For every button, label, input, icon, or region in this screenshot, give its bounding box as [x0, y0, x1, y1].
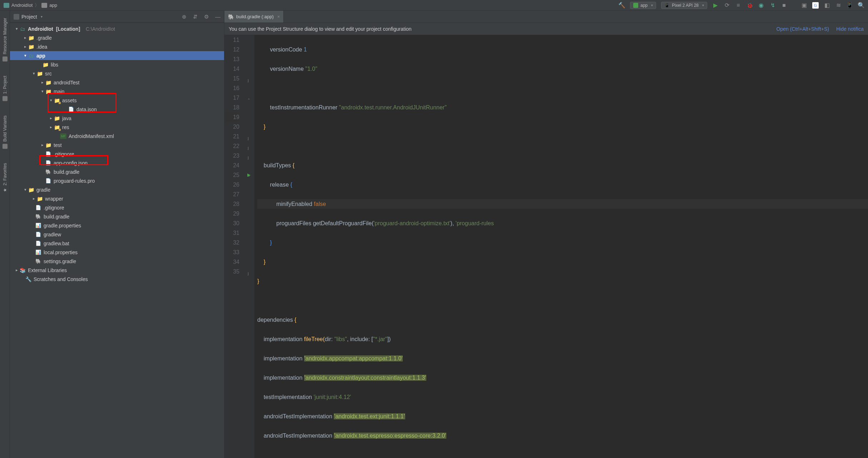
tree-buildgradle2[interactable]: 🐘build.gradle — [10, 212, 224, 221]
fold-end-icon[interactable]: ⌋ — [247, 76, 249, 85]
tree-gitignore[interactable]: 📄.gitignore — [10, 149, 224, 158]
apply-changes-icon[interactable]: ⟳ — [724, 2, 730, 9]
tree-scratches[interactable]: 🔧Scratches and Consoles — [10, 275, 224, 284]
editor-tabs: 🐘 build.gradle (:app) × — [224, 11, 868, 23]
tree-wrapper[interactable]: ▸📁wrapper — [10, 194, 224, 203]
tree-gitignore2[interactable]: 📄.gitignore — [10, 203, 224, 212]
run-config-dropdown[interactable]: app ▾ — [630, 2, 656, 9]
scratches-icon: 🔧 — [25, 276, 31, 282]
apply-code-icon[interactable]: ≡ — [735, 2, 741, 9]
fold-end-icon[interactable]: ⌋ — [247, 269, 249, 279]
open-structure-link[interactable]: Open (Ctrl+Alt+Shift+S) — [777, 26, 829, 32]
stop-icon[interactable]: ■ — [781, 2, 787, 9]
tree-java[interactable]: ▸📁java — [10, 114, 224, 123]
tab-project[interactable]: 1: Project — [3, 76, 8, 101]
top-toolbar: AndroidIot 〉 app 🔨 app ▾ 📱 Pixel 2 API 2… — [0, 0, 868, 11]
build-icon[interactable]: 🔨 — [619, 2, 625, 9]
tree-libs[interactable]: 📁libs — [10, 60, 224, 69]
tree-buildgradle[interactable]: 🐘build.gradle — [10, 167, 224, 176]
app-icon — [633, 3, 638, 8]
tree-appconfig[interactable]: 📄app-config.json — [10, 158, 224, 167]
tree-assets[interactable]: ▾📁assets — [10, 96, 224, 105]
build-variants-icon — [3, 144, 8, 149]
run-config-label: app — [640, 3, 648, 8]
editor-tab-buildgradle[interactable]: 🐘 build.gradle (:app) × — [224, 11, 284, 23]
breadcrumb: AndroidIot 〉 app — [4, 2, 57, 9]
avd-icon[interactable]: ▣ — [801, 2, 807, 9]
chevron-down-icon: ▾ — [41, 15, 43, 19]
device-dropdown[interactable]: 📱 Pixel 2 API 28 ▾ — [661, 2, 707, 9]
chevron-down-icon: ▾ — [651, 3, 653, 7]
collapse-icon[interactable]: ⇵ — [193, 14, 198, 20]
tree-androidtest[interactable]: ▸📁androidTest — [10, 78, 224, 87]
tree-gradleprops[interactable]: 📊gradle.properties — [10, 221, 224, 230]
breadcrumb-project[interactable]: AndroidIot — [11, 3, 33, 8]
fold-gutter: ▶ ⌋ ⌃ ⌋ ⌋ ⌋ ⌃ ⌋ — [246, 35, 254, 458]
fold-end-icon[interactable]: ⌋ — [247, 134, 249, 143]
debug-icon[interactable]: 🐞 — [747, 2, 753, 9]
tree-test[interactable]: ▸📁test — [10, 141, 224, 149]
tree-extlibs[interactable]: ▸📚External Libraries — [10, 266, 224, 275]
close-icon[interactable]: × — [277, 14, 280, 19]
project-tab-icon — [3, 96, 8, 101]
tree-proguard[interactable]: 📄proguard-rules.pro — [10, 176, 224, 185]
search-icon[interactable]: 🔍 — [858, 2, 864, 9]
toolbar-right: 🔨 app ▾ 📱 Pixel 2 API 28 ▾ ▶ ⟳ ≡ 🐞 ◉ ↯ ■… — [619, 2, 864, 9]
tree-res[interactable]: ▸📁res — [10, 123, 224, 132]
project-icon — [4, 3, 9, 8]
sdk-icon[interactable]: G — [812, 2, 819, 9]
run-icon[interactable]: ▶ — [712, 2, 719, 9]
panel-title-icon — [14, 14, 19, 20]
project-tree[interactable]: ▾🗂AndroidIot [Location] C:\AndroidIot ▸📁… — [10, 23, 224, 458]
tree-localprops[interactable]: 📊local.properties — [10, 248, 224, 257]
device-label: Pixel 2 API 28 — [672, 3, 699, 8]
tab-build-variants[interactable]: Build Variants — [3, 115, 8, 149]
editor-body[interactable]: 1112131415161718192021222324252627282930… — [224, 35, 868, 458]
gear-icon[interactable]: ⚙ — [204, 14, 209, 20]
tree-gradle-dot[interactable]: ▸📁.gradle — [10, 33, 224, 42]
line-gutter: 1112131415161718192021222324252627282930… — [224, 35, 246, 458]
editor-banner: You can use the Project Structure dialog… — [224, 23, 868, 35]
editor-area: 🐘 build.gradle (:app) × You can use the … — [224, 11, 868, 458]
tree-gradlewbat[interactable]: 📄gradlew.bat — [10, 239, 224, 248]
tree-src[interactable]: ▾📁src — [10, 69, 224, 78]
project-panel: Project ▾ ⊕ ⇵ ⚙ — ▾🗂AndroidIot [Location… — [10, 11, 224, 458]
tab-label: build.gradle (:app) — [236, 14, 274, 19]
tree-manifest[interactable]: MFAndroidManifest.xml — [10, 132, 224, 141]
tree-datajson[interactable]: 📄data.json — [10, 105, 224, 114]
libraries-icon: 📚 — [19, 267, 26, 273]
profiler-icon[interactable]: ◉ — [758, 2, 764, 9]
resource-icon — [3, 56, 8, 61]
breadcrumb-sep-icon: 〉 — [35, 2, 39, 9]
star-icon: ★ — [3, 188, 8, 193]
tab-resource-manager[interactable]: Resource Manager — [3, 18, 8, 61]
fold-icon[interactable]: ⌃ — [247, 172, 250, 182]
tree-gradlew[interactable]: 📄gradlew — [10, 230, 224, 239]
banner-text: You can use the Project Structure dialog… — [229, 26, 412, 32]
fold-end-icon[interactable]: ⌋ — [247, 143, 249, 153]
minimize-icon[interactable]: — — [215, 14, 220, 20]
tree-root[interactable]: ▾🗂AndroidIot [Location] C:\AndroidIot — [10, 24, 224, 33]
left-tool-bar: Resource Manager 1: Project Build Varian… — [0, 11, 10, 458]
tab-favorites[interactable]: ★2: Favorites — [3, 163, 8, 193]
panel-title[interactable]: Project ▾ — [14, 14, 179, 20]
sync-icon[interactable]: ◧ — [824, 2, 830, 9]
fold-end-icon[interactable]: ⌋ — [247, 153, 249, 163]
tree-gradle[interactable]: ▾📁gradle — [10, 185, 224, 194]
tree-idea[interactable]: ▸📁.idea — [10, 42, 224, 51]
device-manager-icon[interactable]: 📱 — [847, 2, 853, 9]
gradle-icon: 🐘 — [228, 14, 234, 20]
target-icon[interactable]: ⊕ — [182, 14, 187, 20]
chevron-down-icon: ▾ — [702, 3, 704, 7]
code-area[interactable]: versionCode 1 versionName "1.0" testInst… — [254, 35, 868, 458]
hide-notification-link[interactable]: Hide notifica — [836, 26, 864, 32]
tree-settingsgradle[interactable]: 🐘settings.gradle — [10, 257, 224, 266]
assist-icon[interactable]: ≋ — [835, 2, 842, 9]
tree-app[interactable]: ▾🗂app — [10, 51, 224, 60]
breadcrumb-module[interactable]: app — [49, 3, 57, 8]
attach-icon[interactable]: ↯ — [769, 2, 776, 9]
tree-main[interactable]: ▾📁main — [10, 87, 224, 96]
fold-icon[interactable]: ⌃ — [247, 95, 250, 105]
device-icon: 📱 — [664, 3, 670, 8]
module-icon — [41, 3, 47, 8]
